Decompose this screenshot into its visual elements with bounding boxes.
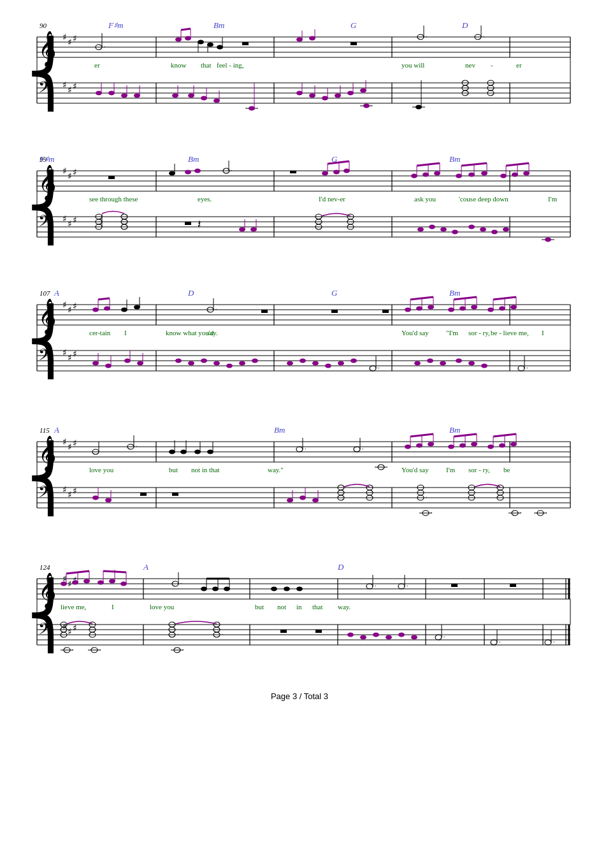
svg-point-431 [284,587,290,591]
rest-treble-m91 [242,42,249,45]
svg-text:♯: ♯ [62,437,67,447]
lyric-that2: that [312,603,323,611]
measure-num-124: 124 [40,563,50,571]
lyric-dash-1: - [491,61,493,69]
svg-line-131 [461,163,487,166]
svg-point-484 [360,635,366,640]
svg-text:.: . [231,165,233,172]
chord-a-3: A [54,288,59,298]
svg-point-259 [252,359,258,363]
svg-rect-29 [350,42,357,45]
svg-point-170 [429,225,435,229]
svg-point-436 [398,584,405,589]
svg-rect-102 [108,176,115,179]
lyric-but1: but [169,466,178,474]
lyric-couse: 'couse deep down [459,195,509,203]
svg-line-419 [103,571,126,572]
page-footer-text: Page 3 / Total 3 [271,691,328,701]
lyric-notinthat1: not in that [191,466,220,474]
svg-text:.: . [177,629,179,636]
svg-text:♯: ♯ [62,300,67,310]
lyric-im3: I'm [446,466,456,474]
svg-point-271 [440,361,446,366]
svg-text:♯: ♯ [68,442,72,452]
system-1: ⎨ 90 F♯m Bm G D 𝄞 ♯ ♯ ♯ [25,19,574,131]
svg-point-274 [481,364,487,368]
svg-point-256 [213,361,220,366]
svg-line-18 [181,29,191,30]
svg-text:.: . [375,581,377,588]
sharp3-b2: ♯ [73,215,77,225]
chord-a-4: A [54,425,59,435]
svg-point-269 [414,361,421,366]
lyric-way2: way. [338,603,351,611]
svg-point-253 [175,359,182,363]
system-3: ⎨ 107 A D G Bm 𝄞 ♯ ♯ ♯ [25,287,574,401]
lyric-askyou: ask you [414,195,436,203]
svg-text:♯: ♯ [62,348,67,358]
chord-g-3: G [331,288,338,298]
treble-clef-4: 𝄞 [38,435,56,472]
svg-text:.: . [483,31,485,38]
sharp3-bass-1: ♯ [73,82,77,91]
svg-point-171 [440,228,447,232]
chord-label-fsharpm-2: F♯m [39,154,54,164]
svg-text:♯: ♯ [68,579,72,589]
svg-text:.: . [426,492,428,499]
svg-point-105 [185,170,191,175]
svg-text:.: . [180,578,182,585]
lyric-sorry2: sor - ry, [468,466,490,474]
svg-rect-355 [172,493,178,496]
lyric-youwill-1: you will [401,61,424,69]
svg-line-216 [410,297,433,300]
svg-text:.: . [305,444,307,451]
treble-clef-3: 𝄞 [38,298,56,335]
lyric-er-1: er [94,61,100,69]
sharp3-t2: ♯ [73,168,77,177]
lyric-but2: but [255,603,264,611]
lyric-sorry: sor - ry, [468,329,490,336]
sharp3-treble-1: ♯ [73,34,77,43]
svg-line-230 [493,297,516,300]
sharp1-t2: ♯ [62,166,67,176]
svg-text:.: . [72,644,74,651]
lyric-im: I'm [548,195,558,203]
svg-text:.: . [499,637,501,644]
bass-clef-3: 𝄢 [38,346,50,367]
bass-clef-2: 𝄢 [38,212,50,233]
svg-text:.: . [526,363,528,370]
svg-rect-481 [280,630,287,633]
svg-point-310 [354,447,360,452]
treble-clef-1: 𝄞 [38,31,56,68]
bass-clef-5: 𝄢 [38,620,50,641]
chord-d-1: D [461,20,468,30]
system-5: ⎨ 124 A D 𝄞 ♯ ♯ ♯ [25,561,574,679]
measure-num-115: 115 [40,426,50,434]
svg-point-432 [296,587,303,591]
svg-text:♯: ♯ [73,349,77,359]
measure-num-90: 90 [40,22,47,29]
svg-point-106 [194,169,201,173]
svg-text:♯: ♯ [68,353,72,363]
svg-text:♯: ♯ [68,490,72,500]
system-4: ⎨ 115 A Bm Bm 𝄞 ♯ ♯ ♯ [25,424,574,539]
lyric-nev-1: nev [465,61,475,69]
svg-point-254 [188,361,194,366]
system-4-svg: ⎨ 115 A Bm Bm 𝄞 ♯ ♯ ♯ [25,424,574,539]
sharp2-treble-1: ♯ [68,38,72,47]
lyric-seethrough: see through these [89,195,138,203]
svg-point-489 [435,635,442,640]
svg-text:.: . [426,31,428,38]
svg-point-262 [312,361,319,366]
lyric-believe: be - lieve me, [491,329,529,336]
svg-rect-110 [290,171,296,173]
svg-text:.: . [222,629,224,636]
chord-bm2-4: Bm [449,425,460,435]
system-2-svg: ⎨ 99 F♯m Bm G Bm 𝄞 ♯ ♯ ♯ [25,153,574,264]
lyric-say1: say. [207,329,218,336]
svg-point-257 [226,364,233,368]
chord-fsharpm-1: F♯m [108,20,123,30]
svg-rect-207 [261,310,268,313]
svg-text:♯: ♯ [73,623,77,633]
svg-text:♯: ♯ [73,486,77,496]
